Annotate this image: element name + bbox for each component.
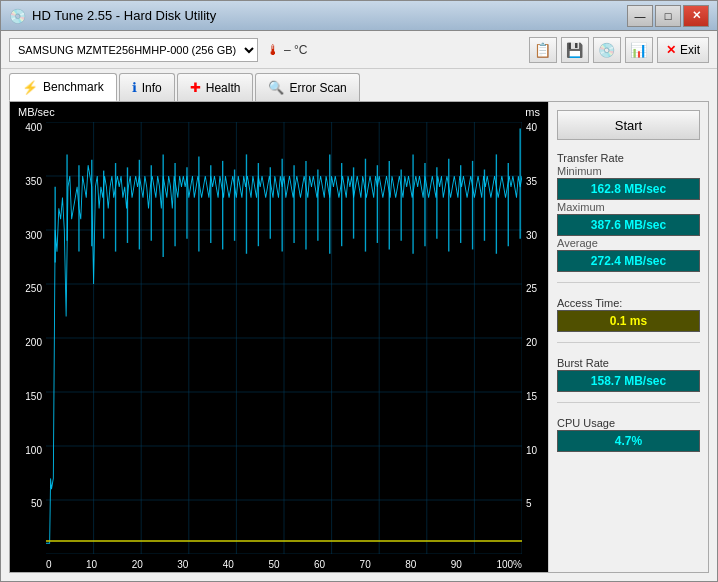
- access-time-label: Access Time:: [557, 297, 700, 309]
- cpu-usage-label: CPU Usage: [557, 417, 700, 429]
- tab-benchmark-label: Benchmark: [43, 80, 104, 94]
- y-right-40: 40: [526, 122, 537, 133]
- main-content: MB/sec ms 400 350 300 250 200 150 100 50…: [9, 101, 709, 573]
- thermometer-icon: 🌡: [266, 42, 280, 58]
- chart-label-top-right: ms: [525, 106, 540, 118]
- health-icon: ✚: [190, 80, 201, 95]
- benchmark-icon: ⚡: [22, 80, 38, 95]
- x-label-90: 90: [451, 559, 462, 570]
- exit-button[interactable]: ✕ Exit: [657, 37, 709, 63]
- info-tab-icon: ℹ: [132, 80, 137, 95]
- divider-3: [557, 402, 700, 403]
- tab-benchmark[interactable]: ⚡ Benchmark: [9, 73, 117, 101]
- window-title: HD Tune 2.55 - Hard Disk Utility: [32, 8, 216, 23]
- average-label: Average: [557, 237, 700, 249]
- y-axis-right-label: ms: [525, 106, 540, 118]
- y-right-35: 35: [526, 176, 537, 187]
- chart-label-top-left: MB/sec: [18, 106, 55, 118]
- tab-health-label: Health: [206, 81, 241, 95]
- y-left-150: 150: [25, 391, 42, 402]
- title-icon: 💿: [9, 8, 26, 24]
- y-axis-right: 40 35 30 25 20 15 10 5: [522, 122, 548, 552]
- title-buttons: — □ ✕: [627, 5, 709, 27]
- y-right-20: 20: [526, 337, 537, 348]
- x-label-80: 80: [405, 559, 416, 570]
- x-label-20: 20: [132, 559, 143, 570]
- cpu-usage-value: 4.7%: [557, 430, 700, 452]
- x-label-70: 70: [360, 559, 371, 570]
- minimum-label: Minimum: [557, 165, 700, 177]
- y-left-400: 400: [25, 122, 42, 133]
- divider-1: [557, 282, 700, 283]
- stats-sidebar: Start Transfer Rate Minimum 162.8 MB/sec…: [548, 102, 708, 572]
- temp-indicator: 🌡 – °C: [266, 42, 307, 58]
- tab-info-label: Info: [142, 81, 162, 95]
- y-axis-left-label: MB/sec: [18, 106, 55, 118]
- title-bar-left: 💿 HD Tune 2.55 - Hard Disk Utility: [9, 8, 216, 24]
- y-right-15: 15: [526, 391, 537, 402]
- burst-rate-section: Burst Rate 158.7 MB/sec: [557, 353, 700, 392]
- close-button[interactable]: ✕: [683, 5, 709, 27]
- x-label-10: 10: [86, 559, 97, 570]
- cpu-usage-section: CPU Usage 4.7%: [557, 413, 700, 452]
- tab-errorscan[interactable]: 🔍 Error Scan: [255, 73, 359, 101]
- transfer-rate-label: Transfer Rate: [557, 152, 700, 164]
- save-icon-btn[interactable]: 💾: [561, 37, 589, 63]
- x-icon: ✕: [666, 43, 676, 57]
- chart-svg: [46, 122, 522, 554]
- y-left-350: 350: [25, 176, 42, 187]
- toolbar-icons: 📋 💾 💿 📊 ✕ Exit: [529, 37, 709, 63]
- x-label-100: 100%: [496, 559, 522, 570]
- tab-health[interactable]: ✚ Health: [177, 73, 254, 101]
- x-label-60: 60: [314, 559, 325, 570]
- chart-canvas: [46, 122, 522, 554]
- main-window: 💿 HD Tune 2.55 - Hard Disk Utility — □ ✕…: [0, 0, 718, 582]
- transfer-rate-section: Transfer Rate Minimum 162.8 MB/sec Maxim…: [557, 148, 700, 272]
- maximize-button[interactable]: □: [655, 5, 681, 27]
- y-left-50: 50: [31, 498, 42, 509]
- y-right-10: 10: [526, 445, 537, 456]
- y-right-25: 25: [526, 283, 537, 294]
- tab-info[interactable]: ℹ Info: [119, 73, 175, 101]
- start-button[interactable]: Start: [557, 110, 700, 140]
- access-time-value: 0.1 ms: [557, 310, 700, 332]
- average-value: 272.4 MB/sec: [557, 250, 700, 272]
- disk-icon-btn[interactable]: 💿: [593, 37, 621, 63]
- tab-errorscan-label: Error Scan: [289, 81, 346, 95]
- maximum-label: Maximum: [557, 201, 700, 213]
- y-left-250: 250: [25, 283, 42, 294]
- minimum-value: 162.8 MB/sec: [557, 178, 700, 200]
- y-right-30: 30: [526, 230, 537, 241]
- y-left-300: 300: [25, 230, 42, 241]
- x-axis-labels: 0 10 20 30 40 50 60 70 80 90 100%: [46, 559, 522, 570]
- y-left-200: 200: [25, 337, 42, 348]
- errorscan-icon: 🔍: [268, 80, 284, 95]
- x-label-0: 0: [46, 559, 52, 570]
- toolbar: SAMSUNG MZMTE256HMHP-000 (256 GB) 🌡 – °C…: [1, 31, 717, 69]
- maximum-value: 387.6 MB/sec: [557, 214, 700, 236]
- temp-value: – °C: [284, 43, 307, 57]
- x-label-30: 30: [177, 559, 188, 570]
- info-icon-btn[interactable]: 📊: [625, 37, 653, 63]
- y-left-100: 100: [25, 445, 42, 456]
- burst-rate-value: 158.7 MB/sec: [557, 370, 700, 392]
- drive-select[interactable]: SAMSUNG MZMTE256HMHP-000 (256 GB): [9, 38, 258, 62]
- access-time-section: Access Time: 0.1 ms: [557, 293, 700, 332]
- minimize-button[interactable]: —: [627, 5, 653, 27]
- x-label-50: 50: [268, 559, 279, 570]
- exit-label: Exit: [680, 43, 700, 57]
- y-right-5: 5: [526, 498, 532, 509]
- chart-area: MB/sec ms 400 350 300 250 200 150 100 50…: [10, 102, 548, 572]
- x-label-40: 40: [223, 559, 234, 570]
- copy-icon-btn[interactable]: 📋: [529, 37, 557, 63]
- y-axis-left: 400 350 300 250 200 150 100 50: [10, 122, 46, 552]
- divider-2: [557, 342, 700, 343]
- burst-rate-label: Burst Rate: [557, 357, 700, 369]
- tabs-bar: ⚡ Benchmark ℹ Info ✚ Health 🔍 Error Scan: [1, 69, 717, 101]
- title-bar: 💿 HD Tune 2.55 - Hard Disk Utility — □ ✕: [1, 1, 717, 31]
